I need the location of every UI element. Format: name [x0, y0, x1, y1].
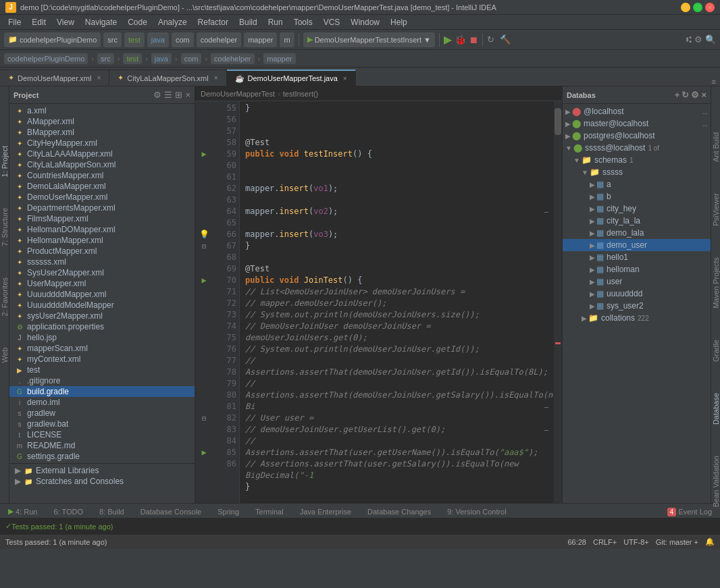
btab-javaenterprise[interactable]: Java Enterprise [292, 506, 359, 518]
tree-item-license[interactable]: tLICENSE [9, 429, 195, 440]
scrollbar-right[interactable] [554, 101, 562, 503]
tree-item-films-xml[interactable]: ✦FilmsMapper.xml [9, 213, 195, 224]
side-label-maven[interactable]: Maven Projects [711, 252, 721, 314]
nav-codehelper2[interactable]: codehelper [211, 53, 254, 64]
tree-item-gradlew[interactable]: sgradlew [9, 408, 195, 419]
side-label-favorites[interactable]: 2: Favorites [0, 272, 10, 321]
run-button[interactable]: ▶ [444, 33, 452, 46]
tab-demousermapper-xml[interactable]: ✦ DemoUserMapper.xml × [0, 70, 109, 86]
tree-item-gitignore[interactable]: ..gitignore [9, 375, 195, 386]
db-add-icon[interactable]: + [675, 90, 680, 100]
btab-dbchanges[interactable]: Database Changes [359, 506, 439, 518]
menu-navigate[interactable]: Navigate [80, 16, 122, 28]
tree-item-demo-iml[interactable]: idemo.iml [9, 397, 195, 408]
db-item-schemas[interactable]: ▼ 📁 schemas 1 [563, 154, 711, 166]
side-label-ant[interactable]: Ant Build [711, 127, 721, 167]
debug-button[interactable]: 🐞 [455, 34, 466, 45]
menu-run[interactable]: Run [263, 16, 288, 28]
close-button[interactable]: × [705, 3, 715, 12]
db-item-postgres[interactable]: ▶ ⬤ postgres@localhost [563, 130, 711, 142]
sidebar-icon-settings[interactable]: ⚙ [153, 90, 161, 100]
db-item-sssss[interactable]: ▼ ⬤ sssss@localhost 1 of [563, 142, 711, 154]
status-charset[interactable]: UTF-8+ [623, 538, 649, 546]
tree-item-ext-libs[interactable]: ▶📁External Libraries [9, 465, 195, 476]
tree-item-scratches[interactable]: ▶📁Scratches and Consoles [9, 476, 195, 487]
tree-item-helloman-xml[interactable]: ✦HellomanMapper.xml [9, 235, 195, 246]
db-item-table-demolala[interactable]: ▶ ▦ demo_lala [563, 227, 711, 239]
tab-close-2[interactable]: × [214, 74, 218, 82]
status-vcs[interactable]: Git: master + [656, 538, 698, 546]
db-item-table-a[interactable]: ▶ ▦ a [563, 178, 711, 190]
db-item-master[interactable]: ▶ ⬤ master@localhost ... [563, 117, 711, 130]
gutter-59-run[interactable]: ▶ [201, 149, 206, 160]
minimize-button[interactable]: – [681, 3, 690, 12]
code-content[interactable]: } @Test public void testInsert() { mappe… [240, 101, 554, 503]
gutter-67-fold[interactable]: ⊟ [202, 240, 206, 252]
gutter-70-run[interactable]: ▶ [201, 275, 206, 286]
menu-vcs[interactable]: VCS [318, 16, 346, 28]
tree-item-test-folder[interactable]: ▶test [9, 365, 195, 375]
tab-close-1[interactable]: × [97, 74, 101, 82]
gutter-82-fold[interactable]: ⊟ [202, 412, 206, 424]
db-close-icon[interactable]: × [701, 90, 706, 100]
tab-citylala-xml[interactable]: ✦ CityLaLaMapperSon.xml × [109, 70, 226, 86]
tree-item-a-xml[interactable]: ✦a.xml [9, 105, 195, 116]
tree-item-build-gradle[interactable]: Gbuild.gradle [9, 386, 195, 397]
maximize-button[interactable]: □ [693, 3, 702, 12]
tree-item-bmapper-xml[interactable]: ✦BMapper.xml [9, 127, 195, 138]
db-item-table-uuuudddd[interactable]: ▶ ▦ uuuudddd [563, 288, 711, 300]
toolbar-test[interactable]: test [124, 32, 145, 47]
db-item-table-helloman[interactable]: ▶ ▦ helloman [563, 263, 711, 275]
tab-close-3[interactable]: × [343, 75, 347, 82]
tree-item-cityheymapper-xml[interactable]: ✦CityHeyMapper.xml [9, 138, 195, 149]
side-label-psiviewer[interactable]: PsiViewer [711, 188, 721, 232]
toolbar-mapper[interactable]: mapper [244, 32, 277, 47]
tree-item-helloando-xml[interactable]: ✦HellomanDOMapper.xml [9, 224, 195, 235]
tree-item-product-xml[interactable]: ✦ProductMapper.xml [9, 246, 195, 257]
db-item-collations[interactable]: ▶ 📁 collations 222 [563, 312, 711, 324]
db-item-sssss-schema[interactable]: ▼ 📁 sssss [563, 166, 711, 178]
toolbar-src[interactable]: src [103, 32, 122, 47]
nav-test[interactable]: test [123, 53, 142, 64]
btab-vcs[interactable]: 9: Version Control [439, 506, 514, 518]
menu-code[interactable]: Code [122, 16, 153, 28]
tabs-overflow[interactable]: ≡ [712, 78, 720, 86]
tree-item-sysuser2-xml[interactable]: ✦SysUser2Mapper.xml [9, 267, 195, 278]
toolbar-java[interactable]: java [147, 32, 169, 47]
db-item-table-demouser[interactable]: ▶ ▦ demo_user [563, 239, 711, 251]
tree-item-readme[interactable]: mREADME.md [9, 440, 195, 451]
menu-refactor[interactable]: Refactor [192, 16, 234, 28]
db-item-table-cityhey[interactable]: ▶ ▦ city_hey [563, 203, 711, 215]
db-item-table-b[interactable]: ▶ ▦ b [563, 190, 711, 203]
btab-run[interactable]: ▶4: Run [0, 505, 45, 518]
tree-item-citylalason-xml[interactable]: ✦CityLaLaMapperSon.xml [9, 159, 195, 170]
update-button[interactable]: ↻ [487, 34, 494, 45]
tree-item-citylalaaa-xml[interactable]: ✦CityLaLAAAMapper.xml [9, 149, 195, 159]
btab-dbconsole[interactable]: Database Console [132, 506, 210, 518]
tree-item-user-xml[interactable]: ✦UserMapper.xml [9, 278, 195, 289]
tree-item-departments-xml[interactable]: ✦DepartmentsMapper.xml [9, 203, 195, 213]
build-button[interactable]: 🔨 [500, 34, 511, 45]
btab-spring[interactable]: Spring [209, 506, 247, 518]
menu-view[interactable]: View [51, 16, 80, 28]
side-label-beanvalidation[interactable]: Bean Validation [711, 450, 721, 512]
sidebar-icon-collapse[interactable]: ☰ [164, 90, 172, 100]
toolbar-com[interactable]: com [172, 32, 194, 47]
sidebar-icon-close[interactable]: × [185, 90, 190, 100]
db-item-table-citylala[interactable]: ▶ ▦ city_la_la [563, 215, 711, 227]
tree-item-settings-gradle[interactable]: Gsettings.gradle [9, 451, 195, 462]
tree-item-amapper-xml[interactable]: ✦AMapper.xml [9, 116, 195, 127]
tree-item-uuuuddddmodel-xml[interactable]: ✦UuuuddddModelMapper [9, 300, 195, 311]
db-item-table-hello1[interactable]: ▶ ▦ hello1 [563, 251, 711, 263]
tree-item-gradlew-bat[interactable]: sgradlew.bat [9, 419, 195, 429]
menu-tools[interactable]: Tools [288, 16, 318, 28]
sidebar-icon-expand[interactable]: ⊞ [175, 90, 182, 100]
nav-codehelper[interactable]: codehelperPluginDemo [4, 53, 88, 64]
db-settings-icon[interactable]: ⚙ [691, 90, 699, 100]
menu-window[interactable]: Window [345, 16, 385, 28]
side-label-database[interactable]: Database [711, 387, 721, 430]
side-label-gradle[interactable]: Gradle [711, 334, 721, 367]
nav-com[interactable]: com [181, 53, 202, 64]
settings-icon[interactable]: ⚙ [694, 34, 702, 45]
stop-button[interactable]: ⏹ [469, 34, 478, 45]
